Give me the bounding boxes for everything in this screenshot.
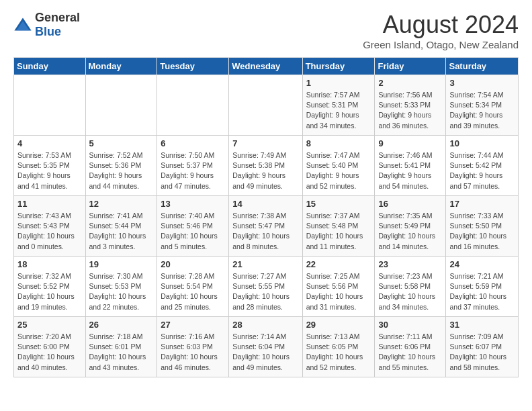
day-cell: 12Sunrise: 7:41 AMSunset: 5:44 PMDayligh…: [85, 196, 157, 257]
day-info: Sunrise: 7:47 AMSunset: 5:40 PMDaylight:…: [306, 150, 371, 191]
week-row-3: 11Sunrise: 7:43 AMSunset: 5:43 PMDayligh…: [14, 196, 519, 257]
day-number: 19: [89, 259, 154, 269]
day-info: Sunrise: 7:33 AMSunset: 5:50 PMDaylight:…: [449, 211, 515, 252]
day-info: Sunrise: 7:54 AMSunset: 5:34 PMDaylight:…: [449, 90, 515, 131]
day-info: Sunrise: 7:49 AMSunset: 5:38 PMDaylight:…: [232, 150, 298, 191]
day-number: 17: [449, 199, 515, 209]
day-info: Sunrise: 7:09 AMSunset: 6:07 PMDaylight:…: [449, 332, 515, 373]
day-info: Sunrise: 7:56 AMSunset: 5:33 PMDaylight:…: [378, 90, 442, 131]
day-cell: 8Sunrise: 7:47 AMSunset: 5:40 PMDaylight…: [302, 136, 375, 196]
day-info: Sunrise: 7:13 AMSunset: 6:05 PMDaylight:…: [306, 332, 371, 373]
day-info: Sunrise: 7:21 AMSunset: 5:59 PMDaylight:…: [449, 271, 515, 312]
calendar-table: SundayMondayTuesdayWednesdayThursdayFrid…: [13, 57, 519, 377]
day-info: Sunrise: 7:50 AMSunset: 5:37 PMDaylight:…: [161, 150, 225, 191]
day-info: Sunrise: 7:41 AMSunset: 5:44 PMDaylight:…: [89, 211, 154, 252]
day-header-saturday: Saturday: [446, 58, 519, 75]
day-cell: 19Sunrise: 7:30 AMSunset: 5:53 PMDayligh…: [85, 257, 157, 317]
day-number: 18: [17, 259, 82, 269]
day-cell: [85, 75, 157, 136]
week-row-4: 18Sunrise: 7:32 AMSunset: 5:52 PMDayligh…: [14, 257, 519, 317]
day-number: 25: [17, 320, 82, 330]
day-info: Sunrise: 7:14 AMSunset: 6:04 PMDaylight:…: [232, 332, 298, 373]
day-header-monday: Monday: [85, 58, 157, 75]
day-header-tuesday: Tuesday: [157, 58, 229, 75]
logo-icon: [13, 15, 32, 34]
day-number: 24: [449, 259, 515, 269]
day-number: 5: [89, 138, 154, 148]
day-header-friday: Friday: [375, 58, 446, 75]
day-info: Sunrise: 7:52 AMSunset: 5:36 PMDaylight:…: [89, 150, 154, 191]
day-number: 21: [232, 259, 298, 269]
day-number: 14: [232, 199, 298, 209]
week-row-1: 1Sunrise: 7:57 AMSunset: 5:31 PMDaylight…: [14, 75, 519, 136]
logo-blue-text: Blue: [35, 25, 61, 38]
day-info: Sunrise: 7:27 AMSunset: 5:55 PMDaylight:…: [232, 271, 298, 312]
day-cell: 14Sunrise: 7:38 AMSunset: 5:47 PMDayligh…: [229, 196, 302, 257]
calendar-subtitle: Green Island, Otago, New Zealand: [363, 39, 519, 50]
day-cell: 20Sunrise: 7:28 AMSunset: 5:54 PMDayligh…: [157, 257, 229, 317]
day-cell: 10Sunrise: 7:44 AMSunset: 5:42 PMDayligh…: [446, 136, 519, 196]
day-cell: 17Sunrise: 7:33 AMSunset: 5:50 PMDayligh…: [446, 196, 519, 257]
day-info: Sunrise: 7:16 AMSunset: 6:03 PMDaylight:…: [161, 332, 225, 373]
calendar-header: General Blue August 2024 Green Island, O…: [13, 11, 519, 50]
day-info: Sunrise: 7:11 AMSunset: 6:06 PMDaylight:…: [378, 332, 442, 373]
day-number: 2: [378, 78, 442, 88]
day-number: 28: [232, 320, 298, 330]
day-number: 7: [232, 138, 298, 148]
logo: General Blue: [13, 11, 80, 39]
day-cell: [229, 75, 302, 136]
day-number: 8: [306, 138, 371, 148]
day-info: Sunrise: 7:35 AMSunset: 5:49 PMDaylight:…: [378, 211, 442, 252]
day-cell: 25Sunrise: 7:20 AMSunset: 6:00 PMDayligh…: [14, 317, 86, 377]
calendar-title: August 2024: [363, 11, 519, 39]
day-number: 12: [89, 199, 154, 209]
day-cell: 1Sunrise: 7:57 AMSunset: 5:31 PMDaylight…: [302, 75, 375, 136]
day-cell: 23Sunrise: 7:23 AMSunset: 5:58 PMDayligh…: [375, 257, 446, 317]
day-info: Sunrise: 7:53 AMSunset: 5:35 PMDaylight:…: [17, 150, 82, 191]
day-cell: 18Sunrise: 7:32 AMSunset: 5:52 PMDayligh…: [14, 257, 86, 317]
day-number: 13: [161, 199, 225, 209]
day-number: 11: [17, 199, 82, 209]
day-info: Sunrise: 7:25 AMSunset: 5:56 PMDaylight:…: [306, 271, 371, 312]
day-info: Sunrise: 7:46 AMSunset: 5:41 PMDaylight:…: [378, 150, 442, 191]
day-info: Sunrise: 7:38 AMSunset: 5:47 PMDaylight:…: [232, 211, 298, 252]
day-cell: 3Sunrise: 7:54 AMSunset: 5:34 PMDaylight…: [446, 75, 519, 136]
day-info: Sunrise: 7:20 AMSunset: 6:00 PMDaylight:…: [17, 332, 82, 373]
day-number: 26: [89, 320, 154, 330]
day-cell: 5Sunrise: 7:52 AMSunset: 5:36 PMDaylight…: [85, 136, 157, 196]
day-number: 30: [378, 320, 442, 330]
day-header-sunday: Sunday: [14, 58, 86, 75]
day-number: 3: [449, 78, 515, 88]
week-row-5: 25Sunrise: 7:20 AMSunset: 6:00 PMDayligh…: [14, 317, 519, 377]
logo-general-text: General: [35, 11, 80, 24]
day-cell: 27Sunrise: 7:16 AMSunset: 6:03 PMDayligh…: [157, 317, 229, 377]
day-number: 27: [161, 320, 225, 330]
title-area: August 2024 Green Island, Otago, New Zea…: [363, 11, 519, 50]
day-info: Sunrise: 7:37 AMSunset: 5:48 PMDaylight:…: [306, 211, 371, 252]
day-cell: 26Sunrise: 7:18 AMSunset: 6:01 PMDayligh…: [85, 317, 157, 377]
day-info: Sunrise: 7:30 AMSunset: 5:53 PMDaylight:…: [89, 271, 154, 312]
day-info: Sunrise: 7:43 AMSunset: 5:43 PMDaylight:…: [17, 211, 82, 252]
day-cell: 2Sunrise: 7:56 AMSunset: 5:33 PMDaylight…: [375, 75, 446, 136]
day-info: Sunrise: 7:44 AMSunset: 5:42 PMDaylight:…: [449, 150, 515, 191]
day-number: 9: [378, 138, 442, 148]
day-number: 1: [306, 78, 371, 88]
day-cell: 7Sunrise: 7:49 AMSunset: 5:38 PMDaylight…: [229, 136, 302, 196]
day-info: Sunrise: 7:18 AMSunset: 6:01 PMDaylight:…: [89, 332, 154, 373]
day-info: Sunrise: 7:57 AMSunset: 5:31 PMDaylight:…: [306, 90, 371, 131]
day-info: Sunrise: 7:28 AMSunset: 5:54 PMDaylight:…: [161, 271, 225, 312]
day-number: 10: [449, 138, 515, 148]
day-cell: 4Sunrise: 7:53 AMSunset: 5:35 PMDaylight…: [14, 136, 86, 196]
day-number: 4: [17, 138, 82, 148]
days-header-row: SundayMondayTuesdayWednesdayThursdayFrid…: [14, 58, 519, 75]
day-cell: [157, 75, 229, 136]
day-cell: 9Sunrise: 7:46 AMSunset: 5:41 PMDaylight…: [375, 136, 446, 196]
day-number: 29: [306, 320, 371, 330]
day-cell: [14, 75, 86, 136]
day-header-thursday: Thursday: [302, 58, 375, 75]
day-cell: 28Sunrise: 7:14 AMSunset: 6:04 PMDayligh…: [229, 317, 302, 377]
day-number: 6: [161, 138, 225, 148]
day-cell: 11Sunrise: 7:43 AMSunset: 5:43 PMDayligh…: [14, 196, 86, 257]
day-cell: 6Sunrise: 7:50 AMSunset: 5:37 PMDaylight…: [157, 136, 229, 196]
day-info: Sunrise: 7:23 AMSunset: 5:58 PMDaylight:…: [378, 271, 442, 312]
